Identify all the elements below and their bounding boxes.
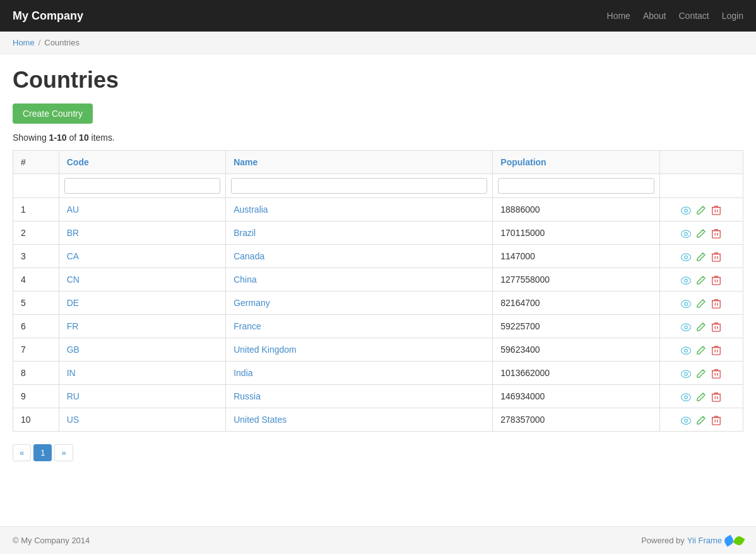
cell-num: 3 — [13, 245, 59, 268]
pagination: « 1 » — [13, 444, 743, 461]
delete-icon[interactable] — [710, 321, 723, 331]
svg-point-2 — [685, 233, 688, 236]
cell-num: 5 — [13, 292, 59, 315]
svg-rect-1 — [712, 208, 720, 215]
edit-icon[interactable] — [695, 298, 707, 308]
page-title: Countries — [13, 67, 743, 93]
cell-population: 1147000 — [493, 245, 659, 268]
cell-code: CA — [59, 245, 225, 268]
delete-icon[interactable] — [710, 298, 723, 308]
svg-rect-5 — [712, 254, 720, 262]
delete-icon[interactable] — [710, 204, 723, 215]
cell-name: China — [226, 268, 493, 292]
delete-icon[interactable] — [710, 251, 723, 261]
cell-name: France — [226, 315, 493, 338]
col-header-population: Population — [493, 151, 659, 174]
breadcrumb: Home / Countries — [13, 38, 743, 47]
cell-actions — [659, 198, 743, 221]
table-row: 1 AU Australia 18886000 — [13, 198, 743, 221]
cell-actions — [659, 338, 743, 362]
svg-rect-17 — [712, 394, 720, 402]
breadcrumb-home[interactable]: Home — [13, 38, 35, 47]
view-icon[interactable] — [680, 368, 692, 378]
filter-actions-cell — [659, 174, 743, 198]
col-sort-code[interactable]: Code — [67, 157, 89, 167]
col-sort-name[interactable]: Name — [233, 157, 257, 167]
nav-about[interactable]: About — [643, 11, 666, 21]
showing-text: Showing 1-10 of 10 items. — [13, 133, 743, 143]
edit-icon[interactable] — [695, 204, 707, 215]
svg-rect-11 — [712, 324, 720, 332]
cell-num: 10 — [13, 408, 59, 432]
edit-icon[interactable] — [695, 228, 707, 238]
edit-icon[interactable] — [695, 345, 707, 355]
delete-icon[interactable] — [710, 274, 723, 285]
delete-icon[interactable] — [710, 228, 723, 238]
nav-login[interactable]: Login — [722, 11, 743, 21]
table-row: 2 BR Brazil 170115000 — [13, 221, 743, 245]
cell-actions — [659, 362, 743, 385]
edit-icon[interactable] — [695, 391, 707, 401]
delete-icon[interactable] — [710, 391, 723, 401]
view-icon[interactable] — [680, 251, 692, 261]
cell-name: United States — [226, 408, 493, 432]
cell-code: RU — [59, 385, 225, 408]
filter-population-input[interactable] — [498, 178, 654, 194]
edit-icon[interactable] — [695, 368, 707, 378]
nav-home[interactable]: Home — [607, 11, 630, 21]
cell-population: 1013662000 — [493, 362, 659, 385]
svg-rect-15 — [712, 371, 720, 379]
cell-population: 278357000 — [493, 408, 659, 432]
cell-code: IN — [59, 362, 225, 385]
edit-icon[interactable] — [695, 251, 707, 261]
table-row: 3 CA Canada 1147000 — [13, 245, 743, 268]
edit-icon[interactable] — [695, 274, 707, 285]
cell-num: 2 — [13, 221, 59, 245]
delete-icon[interactable] — [710, 345, 723, 355]
delete-icon[interactable] — [710, 368, 723, 378]
filter-code-input[interactable] — [64, 178, 220, 194]
view-icon[interactable] — [680, 228, 692, 238]
table-row: 4 CN China 1277558000 — [13, 268, 743, 292]
cell-population: 18886000 — [493, 198, 659, 221]
edit-icon[interactable] — [695, 321, 707, 331]
table-row: 7 GB United Kingdom 59623400 — [13, 338, 743, 362]
cell-actions — [659, 245, 743, 268]
countries-table: # Code Name Population 1 AU Australia 18… — [13, 150, 743, 432]
view-icon[interactable] — [680, 345, 692, 355]
create-country-button[interactable]: Create Country — [13, 103, 93, 124]
col-header-name: Name — [226, 151, 493, 174]
svg-rect-3 — [712, 231, 720, 239]
pagination-prev-link[interactable]: « — [13, 444, 31, 461]
cell-code: AU — [59, 198, 225, 221]
view-icon[interactable] — [680, 204, 692, 215]
view-icon[interactable] — [680, 415, 692, 425]
cell-actions — [659, 315, 743, 338]
navbar-brand[interactable]: My Company — [13, 9, 83, 23]
nav-contact[interactable]: Contact — [678, 11, 709, 21]
cell-num: 6 — [13, 315, 59, 338]
cell-name: Germany — [226, 292, 493, 315]
edit-icon[interactable] — [695, 415, 707, 425]
svg-point-0 — [685, 209, 688, 213]
cell-name: Brazil — [226, 221, 493, 245]
view-icon[interactable] — [680, 391, 692, 401]
view-icon[interactable] — [680, 321, 692, 331]
filter-row — [13, 174, 743, 198]
view-icon[interactable] — [680, 298, 692, 308]
view-icon[interactable] — [680, 274, 692, 285]
cell-actions — [659, 408, 743, 432]
cell-name: United Kingdom — [226, 338, 493, 362]
pagination-current[interactable]: 1 — [33, 444, 52, 461]
filter-name-input[interactable] — [231, 178, 487, 194]
cell-population: 59225700 — [493, 315, 659, 338]
pagination-next-link[interactable]: » — [54, 444, 73, 461]
delete-icon[interactable] — [710, 415, 723, 425]
table-row: 8 IN India 1013662000 — [13, 362, 743, 385]
cell-name: Australia — [226, 198, 493, 221]
table-row: 9 RU Russia 146934000 — [13, 385, 743, 408]
cell-num: 4 — [13, 268, 59, 292]
filter-code-cell — [59, 174, 225, 198]
svg-point-6 — [685, 280, 688, 283]
col-sort-population[interactable]: Population — [500, 157, 546, 167]
